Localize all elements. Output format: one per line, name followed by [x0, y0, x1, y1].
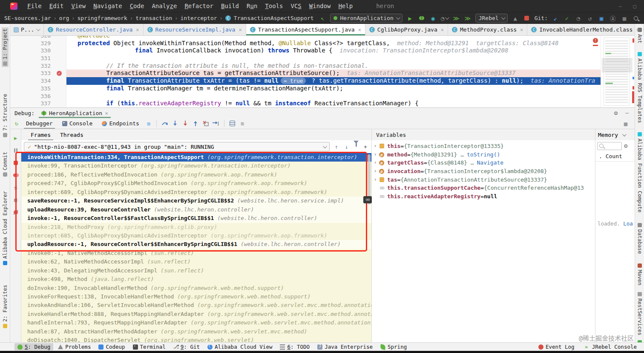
- editor-gutter[interactable]: 336: [10, 93, 66, 100]
- minimize-icon[interactable]: –: [618, 3, 622, 9]
- minimap-viewport[interactable]: [602, 58, 632, 72]
- view-breakpoints-button[interactable]: [13, 172, 19, 178]
- sidebar-item-1-project[interactable]: 1: Project: [2, 27, 9, 67]
- code-line[interactable]: 329protected Object invokeWithinTransact…: [10, 40, 635, 47]
- stop-button[interactable]: [13, 160, 19, 166]
- expand-chevron-icon[interactable]: ›: [372, 142, 379, 150]
- memory-settings-gear-icon[interactable]: ⚙: [624, 142, 627, 149]
- editor-gutter[interactable]: 335: [10, 85, 66, 93]
- force-step-into-icon[interactable]: [181, 120, 190, 127]
- code-line[interactable]: 337 if (this.reactiveAdapterRegistry != …: [10, 100, 635, 107]
- editor-gutter[interactable]: 330: [10, 47, 66, 55]
- thread-dump-button[interactable]: ≶: [13, 185, 19, 191]
- code-line[interactable]: 334 final TransactionAttribute txAttr = …: [10, 77, 635, 85]
- close-icon[interactable]: ×: [441, 27, 444, 33]
- project-tool-tab[interactable]: P...: [10, 24, 44, 35]
- thread-selector[interactable]: ✓ "http-nio-8087-exec-8"@11,943 in group…: [24, 142, 330, 151]
- menu-run[interactable]: Run: [243, 3, 261, 9]
- variable-action-link[interactable]: toString(): [467, 150, 500, 159]
- menu-help[interactable]: Help: [334, 3, 356, 9]
- editor-gutter[interactable]: 337: [10, 100, 66, 107]
- editor-tab-transactionaspectsupport-java[interactable]: CTransactionAspectSupport.java×: [246, 24, 365, 35]
- run-to-cursor-icon[interactable]: [212, 120, 220, 127]
- step-out-icon[interactable]: [191, 120, 200, 127]
- breadcrumb-item[interactable]: SE-sources.jar: [3, 15, 52, 21]
- resume-button[interactable]: ▶: [13, 135, 19, 141]
- editor-gutter[interactable]: 332: [10, 62, 66, 70]
- editor-gutter[interactable]: 329: [10, 40, 66, 47]
- code-line[interactable]: 332 // If the transaction attribute is n…: [10, 62, 635, 70]
- breadcrumb-item[interactable]: transaction: [135, 15, 173, 21]
- sidebar-item-bean[interactable]: Bean: [636, 339, 643, 342]
- menu-analyze[interactable]: Analyze: [148, 3, 181, 9]
- code-line[interactable]: 331: [10, 55, 635, 62]
- breakpoint-icon[interactable]: ✓: [57, 71, 62, 76]
- menu-code[interactable]: Code: [126, 3, 148, 9]
- stack-frame[interactable]: doInvoke:190, InvocableHandlerMethod (or…: [21, 284, 371, 292]
- menu-edit[interactable]: Edit: [46, 3, 68, 9]
- step-over-icon[interactable]: [161, 120, 169, 127]
- stack-frame[interactable]: proceed:747, CglibAopProxy$CglibMethodIn…: [21, 179, 371, 188]
- close-icon[interactable]: ×: [239, 27, 242, 33]
- screens-layout-icon[interactable]: ▦: [622, 120, 630, 127]
- statusbar-item-problems[interactable]: Problems: [55, 343, 94, 350]
- stack-frame[interactable]: handleInternal:793, RequestMappingHandle…: [21, 318, 371, 327]
- chevron-down-icon[interactable]: [622, 132, 627, 136]
- stack-frame[interactable]: invoke:43, DelegatingMethodAccessorImpl …: [21, 266, 371, 275]
- editor-tab-methodproxy-class[interactable]: CMethodProxy.class×: [448, 24, 527, 35]
- close-icon[interactable]: ×: [136, 27, 139, 33]
- shelve-button[interactable]: ▣: [598, 14, 605, 22]
- editor-tab-resourceserviceimpl-java[interactable]: CResourceServiceImpl.java×: [144, 24, 246, 35]
- breadcrumb-item[interactable]: org: [58, 15, 70, 21]
- expand-chevron-icon[interactable]: ›: [372, 167, 379, 176]
- code-editor[interactable]: 328@Nullable329protected Object invokeWi…: [10, 36, 635, 107]
- tab-console[interactable]: Console: [58, 118, 97, 129]
- statusbar-item-codeup[interactable]: Codeup: [95, 343, 128, 350]
- editor-gutter[interactable]: 334: [10, 77, 66, 85]
- git-commit-button[interactable]: ✓: [563, 14, 571, 22]
- prev-frame-icon[interactable]: ↑: [333, 144, 340, 150]
- error-indicator-icon[interactable]: !: [593, 38, 598, 43]
- run-button[interactable]: ▶: [406, 14, 414, 22]
- statusbar-item-9-git[interactable]: 9: Git: [170, 343, 203, 350]
- editor-tab-cglibaopproxy-java[interactable]: CCglibAopProxy.java×: [365, 24, 448, 35]
- stack-frame[interactable]: invoke:498, Method (java.lang.reflect): [21, 275, 371, 284]
- statusbar-item-terminal[interactable]: Terminal: [130, 343, 169, 350]
- stack-frame[interactable]: uploadResource:39, ResourceController (w…: [21, 205, 371, 214]
- jrebel-selector[interactable]: JRebel: [475, 14, 508, 23]
- breadcrumb-item[interactable]: springframework: [77, 15, 128, 21]
- sidebar-item-database[interactable]: Database: [636, 222, 643, 255]
- stack-frame[interactable]: invoke:62, NativeMethodAccessorImpl (sun…: [21, 258, 371, 266]
- close-icon[interactable]: ×: [636, 27, 639, 33]
- menu-navigate[interactable]: Navigate: [89, 3, 126, 9]
- git-update-button[interactable]: ↙: [552, 14, 559, 22]
- layout-settings-icon[interactable]: ≋: [239, 120, 246, 127]
- menu-window[interactable]: Window: [305, 3, 335, 9]
- variable-row[interactable]: ›pinvocation = {TransactionInterceptor$l…: [372, 167, 595, 176]
- variable-row[interactable]: oothis.transactionSupportCache = {Concur…: [372, 184, 595, 192]
- code-line[interactable]: 336: [10, 93, 635, 100]
- code-line[interactable]: 328@Nullable: [10, 36, 635, 40]
- statusbar-item-spring[interactable]: Spring: [377, 343, 410, 350]
- variable-row[interactable]: oothis.reactiveAdapterRegistry = null: [372, 192, 595, 201]
- variable-row[interactable]: ›ptargetClass = {Class@8148} …Navigate: [372, 159, 595, 167]
- expand-chevron-icon[interactable]: ›: [372, 159, 379, 167]
- search-everywhere-button[interactable]: [632, 14, 640, 22]
- history-button[interactable]: ◔: [575, 14, 582, 22]
- sidebar-item-alibaba-function-compute[interactable]: Alibaba Function Compute: [636, 131, 643, 214]
- layout-menu-icon[interactable]: ≡: [145, 120, 152, 127]
- hide-panel-icon[interactable]: —: [625, 110, 629, 116]
- mute-breakpoints-button[interactable]: [13, 209, 19, 215]
- code-line[interactable]: 333✓ TransactionAttributeSource tas = ge…: [10, 69, 635, 77]
- expand-chevron-icon[interactable]: ›: [372, 150, 379, 159]
- variable-row[interactable]: ›tas = {AnnotationTransactionAttributeSo…: [372, 176, 595, 184]
- menu-refactor[interactable]: Refactor: [181, 3, 217, 9]
- menu-file[interactable]: File: [23, 3, 46, 9]
- menu-build[interactable]: Build: [217, 3, 243, 9]
- sidebar-item-7-structure[interactable]: 7: Structure: [2, 93, 9, 139]
- tab-endpoints[interactable]: Endpoints: [98, 118, 143, 129]
- menu-vcs[interactable]: VCS: [287, 3, 305, 9]
- sidebar-item-commit[interactable]: Commit: [2, 150, 9, 178]
- sidebar-item-2-favorites[interactable]: 2: Favorites: [2, 284, 9, 330]
- settings-button[interactable]: ▦: [13, 197, 19, 203]
